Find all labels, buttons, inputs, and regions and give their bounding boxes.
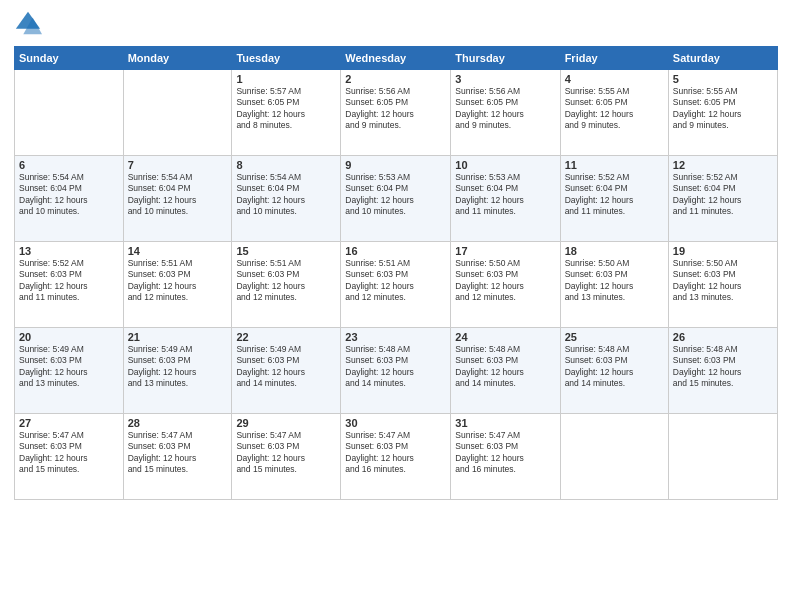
weekday-header-row: SundayMondayTuesdayWednesdayThursdayFrid…	[15, 47, 778, 70]
day-info: Sunrise: 5:50 AM Sunset: 6:03 PM Dayligh…	[565, 258, 664, 304]
day-number: 12	[673, 159, 773, 171]
day-cell: 28Sunrise: 5:47 AM Sunset: 6:03 PM Dayli…	[123, 414, 232, 500]
day-info: Sunrise: 5:55 AM Sunset: 6:05 PM Dayligh…	[673, 86, 773, 132]
day-info: Sunrise: 5:51 AM Sunset: 6:03 PM Dayligh…	[236, 258, 336, 304]
day-number: 13	[19, 245, 119, 257]
day-info: Sunrise: 5:56 AM Sunset: 6:05 PM Dayligh…	[455, 86, 555, 132]
day-cell	[123, 70, 232, 156]
day-info: Sunrise: 5:47 AM Sunset: 6:03 PM Dayligh…	[236, 430, 336, 476]
day-cell: 20Sunrise: 5:49 AM Sunset: 6:03 PM Dayli…	[15, 328, 124, 414]
day-number: 5	[673, 73, 773, 85]
day-number: 18	[565, 245, 664, 257]
day-info: Sunrise: 5:48 AM Sunset: 6:03 PM Dayligh…	[673, 344, 773, 390]
logo-icon	[14, 10, 42, 38]
day-info: Sunrise: 5:49 AM Sunset: 6:03 PM Dayligh…	[236, 344, 336, 390]
day-info: Sunrise: 5:49 AM Sunset: 6:03 PM Dayligh…	[19, 344, 119, 390]
day-info: Sunrise: 5:54 AM Sunset: 6:04 PM Dayligh…	[19, 172, 119, 218]
day-number: 14	[128, 245, 228, 257]
day-number: 26	[673, 331, 773, 343]
day-number: 15	[236, 245, 336, 257]
day-info: Sunrise: 5:54 AM Sunset: 6:04 PM Dayligh…	[236, 172, 336, 218]
day-info: Sunrise: 5:52 AM Sunset: 6:03 PM Dayligh…	[19, 258, 119, 304]
day-cell: 18Sunrise: 5:50 AM Sunset: 6:03 PM Dayli…	[560, 242, 668, 328]
day-cell: 13Sunrise: 5:52 AM Sunset: 6:03 PM Dayli…	[15, 242, 124, 328]
day-cell: 23Sunrise: 5:48 AM Sunset: 6:03 PM Dayli…	[341, 328, 451, 414]
logo	[14, 10, 46, 38]
day-number: 11	[565, 159, 664, 171]
day-cell: 1Sunrise: 5:57 AM Sunset: 6:05 PM Daylig…	[232, 70, 341, 156]
day-number: 6	[19, 159, 119, 171]
day-cell: 19Sunrise: 5:50 AM Sunset: 6:03 PM Dayli…	[668, 242, 777, 328]
day-cell: 5Sunrise: 5:55 AM Sunset: 6:05 PM Daylig…	[668, 70, 777, 156]
day-number: 20	[19, 331, 119, 343]
day-number: 8	[236, 159, 336, 171]
day-number: 7	[128, 159, 228, 171]
day-info: Sunrise: 5:52 AM Sunset: 6:04 PM Dayligh…	[565, 172, 664, 218]
day-info: Sunrise: 5:48 AM Sunset: 6:03 PM Dayligh…	[565, 344, 664, 390]
page: SundayMondayTuesdayWednesdayThursdayFrid…	[0, 0, 792, 612]
day-info: Sunrise: 5:55 AM Sunset: 6:05 PM Dayligh…	[565, 86, 664, 132]
day-cell: 10Sunrise: 5:53 AM Sunset: 6:04 PM Dayli…	[451, 156, 560, 242]
week-row-3: 20Sunrise: 5:49 AM Sunset: 6:03 PM Dayli…	[15, 328, 778, 414]
day-cell: 27Sunrise: 5:47 AM Sunset: 6:03 PM Dayli…	[15, 414, 124, 500]
day-number: 27	[19, 417, 119, 429]
day-cell: 24Sunrise: 5:48 AM Sunset: 6:03 PM Dayli…	[451, 328, 560, 414]
day-cell: 7Sunrise: 5:54 AM Sunset: 6:04 PM Daylig…	[123, 156, 232, 242]
day-number: 19	[673, 245, 773, 257]
week-row-0: 1Sunrise: 5:57 AM Sunset: 6:05 PM Daylig…	[15, 70, 778, 156]
week-row-1: 6Sunrise: 5:54 AM Sunset: 6:04 PM Daylig…	[15, 156, 778, 242]
day-cell: 3Sunrise: 5:56 AM Sunset: 6:05 PM Daylig…	[451, 70, 560, 156]
day-info: Sunrise: 5:52 AM Sunset: 6:04 PM Dayligh…	[673, 172, 773, 218]
day-cell: 9Sunrise: 5:53 AM Sunset: 6:04 PM Daylig…	[341, 156, 451, 242]
week-row-4: 27Sunrise: 5:47 AM Sunset: 6:03 PM Dayli…	[15, 414, 778, 500]
day-cell: 16Sunrise: 5:51 AM Sunset: 6:03 PM Dayli…	[341, 242, 451, 328]
header	[14, 10, 778, 38]
day-cell: 30Sunrise: 5:47 AM Sunset: 6:03 PM Dayli…	[341, 414, 451, 500]
day-number: 1	[236, 73, 336, 85]
day-cell: 12Sunrise: 5:52 AM Sunset: 6:04 PM Dayli…	[668, 156, 777, 242]
day-info: Sunrise: 5:51 AM Sunset: 6:03 PM Dayligh…	[345, 258, 446, 304]
day-number: 16	[345, 245, 446, 257]
weekday-sunday: Sunday	[15, 47, 124, 70]
day-info: Sunrise: 5:54 AM Sunset: 6:04 PM Dayligh…	[128, 172, 228, 218]
day-number: 23	[345, 331, 446, 343]
day-cell: 29Sunrise: 5:47 AM Sunset: 6:03 PM Dayli…	[232, 414, 341, 500]
day-number: 22	[236, 331, 336, 343]
day-cell: 25Sunrise: 5:48 AM Sunset: 6:03 PM Dayli…	[560, 328, 668, 414]
day-info: Sunrise: 5:50 AM Sunset: 6:03 PM Dayligh…	[455, 258, 555, 304]
day-cell: 26Sunrise: 5:48 AM Sunset: 6:03 PM Dayli…	[668, 328, 777, 414]
calendar-table: SundayMondayTuesdayWednesdayThursdayFrid…	[14, 46, 778, 500]
day-info: Sunrise: 5:56 AM Sunset: 6:05 PM Dayligh…	[345, 86, 446, 132]
day-number: 10	[455, 159, 555, 171]
day-cell	[668, 414, 777, 500]
day-cell: 4Sunrise: 5:55 AM Sunset: 6:05 PM Daylig…	[560, 70, 668, 156]
day-info: Sunrise: 5:47 AM Sunset: 6:03 PM Dayligh…	[455, 430, 555, 476]
day-info: Sunrise: 5:48 AM Sunset: 6:03 PM Dayligh…	[455, 344, 555, 390]
weekday-saturday: Saturday	[668, 47, 777, 70]
day-cell: 6Sunrise: 5:54 AM Sunset: 6:04 PM Daylig…	[15, 156, 124, 242]
day-info: Sunrise: 5:57 AM Sunset: 6:05 PM Dayligh…	[236, 86, 336, 132]
day-cell: 22Sunrise: 5:49 AM Sunset: 6:03 PM Dayli…	[232, 328, 341, 414]
day-number: 24	[455, 331, 555, 343]
day-info: Sunrise: 5:49 AM Sunset: 6:03 PM Dayligh…	[128, 344, 228, 390]
day-info: Sunrise: 5:50 AM Sunset: 6:03 PM Dayligh…	[673, 258, 773, 304]
day-number: 4	[565, 73, 664, 85]
weekday-wednesday: Wednesday	[341, 47, 451, 70]
day-cell: 31Sunrise: 5:47 AM Sunset: 6:03 PM Dayli…	[451, 414, 560, 500]
weekday-friday: Friday	[560, 47, 668, 70]
day-cell: 14Sunrise: 5:51 AM Sunset: 6:03 PM Dayli…	[123, 242, 232, 328]
day-number: 28	[128, 417, 228, 429]
day-number: 17	[455, 245, 555, 257]
day-info: Sunrise: 5:53 AM Sunset: 6:04 PM Dayligh…	[455, 172, 555, 218]
day-cell: 8Sunrise: 5:54 AM Sunset: 6:04 PM Daylig…	[232, 156, 341, 242]
day-number: 29	[236, 417, 336, 429]
day-number: 25	[565, 331, 664, 343]
weekday-monday: Monday	[123, 47, 232, 70]
day-number: 21	[128, 331, 228, 343]
weekday-tuesday: Tuesday	[232, 47, 341, 70]
day-number: 30	[345, 417, 446, 429]
day-cell: 21Sunrise: 5:49 AM Sunset: 6:03 PM Dayli…	[123, 328, 232, 414]
day-cell: 15Sunrise: 5:51 AM Sunset: 6:03 PM Dayli…	[232, 242, 341, 328]
day-number: 31	[455, 417, 555, 429]
day-info: Sunrise: 5:51 AM Sunset: 6:03 PM Dayligh…	[128, 258, 228, 304]
